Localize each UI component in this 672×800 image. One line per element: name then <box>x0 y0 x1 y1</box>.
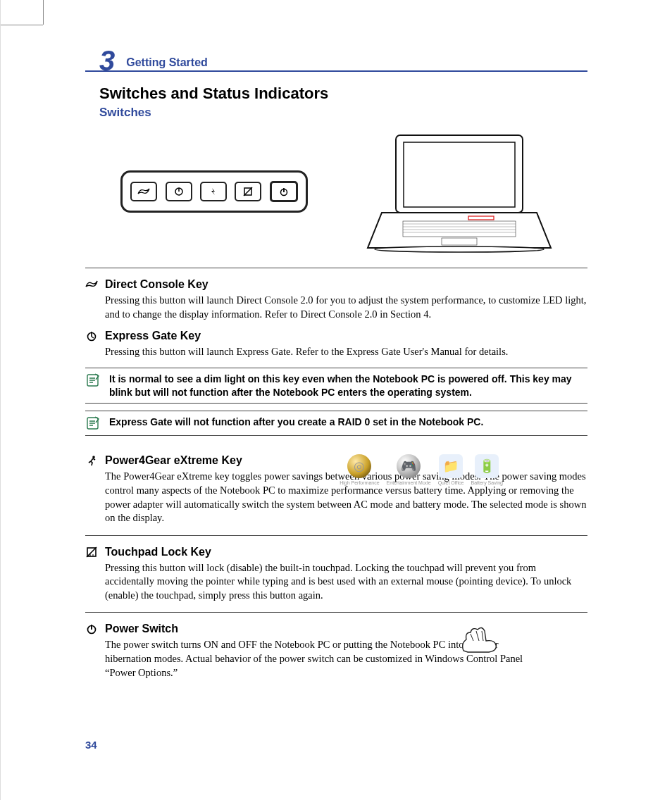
panel-btn-rog <box>130 182 157 201</box>
entry-title: Touchpad Lock Key <box>105 546 211 558</box>
chapter-number: 3 <box>99 46 115 75</box>
note-text: Express Gate will not function after you… <box>109 415 483 429</box>
entry-body: Pressing this button will launch Express… <box>105 345 587 359</box>
page-container: 3 Getting Started Switches and Status In… <box>0 0 672 800</box>
mode-battery-saving: 🔋 Battery Saving <box>471 454 503 485</box>
divider <box>85 268 587 268</box>
note-icon <box>85 373 101 388</box>
crop-mark-h <box>1 25 43 25</box>
mode-label: Entertainment Mode <box>387 480 431 485</box>
mode-quiet-office: 📁 Quiet Office <box>438 454 464 485</box>
mode-label: High Performance <box>340 480 379 485</box>
hand-press-icon <box>461 623 503 655</box>
mode-high-performance: ◎ High Performance <box>340 454 379 485</box>
clock-icon <box>85 330 98 342</box>
button-panel-illustration <box>120 170 308 213</box>
note-text: It is normal to see a dim light on this … <box>109 373 587 399</box>
entry-power-switch: Power Switch The power switch turns ON a… <box>85 623 587 680</box>
chapter-title: Getting Started <box>126 56 208 69</box>
svg-line-25 <box>87 547 97 557</box>
entry-direct-console: Direct Console Key Pressing this button … <box>85 278 587 321</box>
divider <box>85 535 587 536</box>
mode-entertainment: 🎮 Entertainment Mode <box>387 454 431 485</box>
note-icon <box>85 415 101 431</box>
touchpad-lock-icon <box>85 546 98 558</box>
entry-express-gate: Express Gate Key Pressing this button wi… <box>85 330 587 359</box>
svg-rect-7 <box>404 142 515 207</box>
entry-body: Pressing this button will lock (disable)… <box>105 561 587 603</box>
entry-power4gear: ◎ High Performance 🎮 Entertainment Mode … <box>85 454 587 525</box>
power-icon <box>85 623 98 635</box>
subsection-title: Switches <box>99 106 587 120</box>
entry-touchpad: Touchpad Lock Key Pressing this button w… <box>85 546 587 603</box>
rog-icon <box>85 278 98 291</box>
illustration-row <box>120 128 587 255</box>
page-number: 34 <box>85 739 97 751</box>
entry-title: Express Gate Key <box>105 330 201 342</box>
note-block: It is normal to see a dim light on this … <box>85 368 587 404</box>
panel-btn-express <box>166 182 192 201</box>
svg-line-18 <box>92 337 94 338</box>
mode-label: Battery Saving <box>471 480 503 485</box>
mode-icons-row: ◎ High Performance 🎮 Entertainment Mode … <box>340 454 503 485</box>
divider <box>85 612 587 613</box>
mode-label: Quiet Office <box>438 480 464 485</box>
section-title: Switches and Status Indicators <box>99 85 587 103</box>
chapter-header: 3 Getting Started <box>85 42 587 72</box>
panel-btn-p4g <box>200 182 227 201</box>
entry-title: Power4Gear eXtreme Key <box>105 454 242 467</box>
entry-title: Power Switch <box>105 623 178 635</box>
svg-point-21 <box>92 456 95 459</box>
svg-point-15 <box>375 246 544 252</box>
note-block: Express Gate will not function after you… <box>85 411 587 436</box>
laptop-illustration <box>364 128 554 255</box>
svg-line-3 <box>244 187 252 196</box>
crop-mark-v <box>43 0 44 25</box>
running-icon <box>85 454 98 467</box>
entry-title: Direct Console Key <box>105 278 209 291</box>
entry-body: Pressing this button will launch Direct … <box>105 294 587 321</box>
panel-btn-touchpad <box>235 182 261 201</box>
panel-btn-power <box>270 181 298 202</box>
